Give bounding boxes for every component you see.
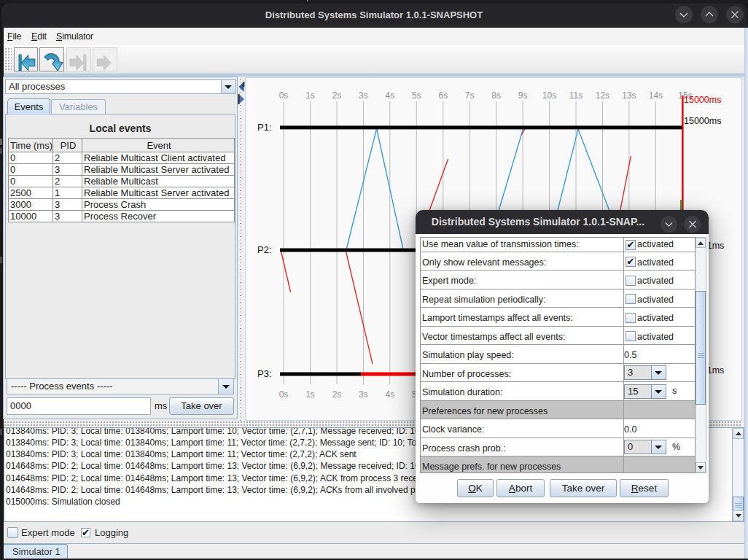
svg-text:10s: 10s <box>542 90 556 101</box>
svg-text:5s: 5s <box>412 90 421 101</box>
svg-text:P2:: P2: <box>257 244 272 255</box>
svg-text:0s: 0s <box>279 389 289 400</box>
svg-text:2s: 2s <box>332 90 342 101</box>
svg-text:3s: 3s <box>359 90 368 101</box>
svg-text:7s: 7s <box>465 90 475 101</box>
svg-text:6s: 6s <box>438 90 448 101</box>
svg-text:12s: 12s <box>596 90 609 101</box>
svg-text:2s: 2s <box>332 389 342 400</box>
svg-text:11s: 11s <box>569 90 583 101</box>
svg-text:4s: 4s <box>385 389 394 400</box>
svg-text:13s: 13s <box>622 90 636 101</box>
svg-text:14s: 14s <box>649 90 663 101</box>
svg-text:3s: 3s <box>359 389 368 400</box>
svg-text:1s: 1s <box>305 90 315 101</box>
svg-text:15000ms: 15000ms <box>684 116 721 126</box>
svg-text:P1:: P1: <box>257 122 272 133</box>
svg-text:0s: 0s <box>279 90 289 101</box>
svg-text:8s: 8s <box>491 90 501 101</box>
svg-text:9s: 9s <box>518 90 528 101</box>
svg-text:15000ms: 15000ms <box>684 95 721 105</box>
svg-text:1s: 1s <box>305 389 315 400</box>
svg-text:4s: 4s <box>385 90 394 101</box>
svg-text:P3:: P3: <box>257 368 272 379</box>
